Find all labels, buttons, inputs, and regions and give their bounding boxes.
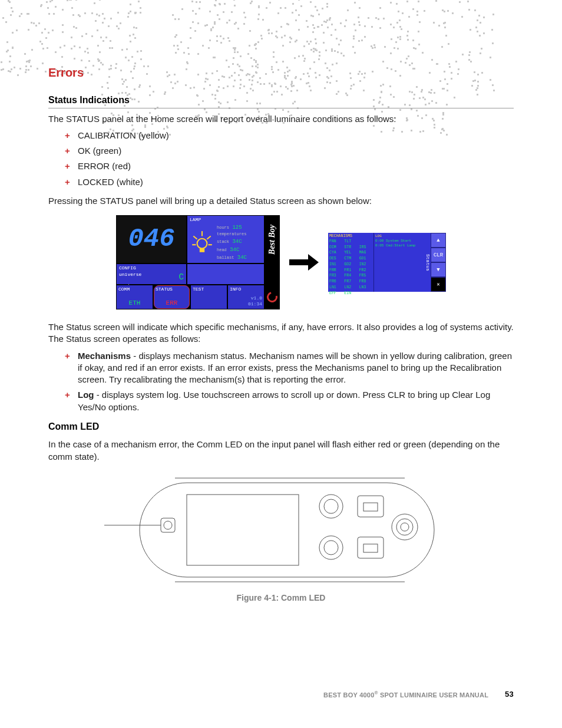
logo-cell xyxy=(265,285,280,309)
close-button[interactable]: ✕ xyxy=(431,277,446,292)
info-cell[interactable]: INFO v1.001:34 xyxy=(227,285,265,309)
svg-rect-13 xyxy=(187,495,299,565)
mech-item: FR1 xyxy=(344,268,357,274)
mech-item: LN2 xyxy=(344,285,357,291)
mechanisms-column[interactable]: MECHANISMS PANTLTDIMSTRIRSCYAYELMAGDESCT… xyxy=(328,233,374,292)
universe-value: C xyxy=(179,272,184,283)
mech-item: DIM xyxy=(329,245,342,251)
mech-item: IN2 xyxy=(359,262,372,268)
operation-list: Mechanisms - displays mechanism status. … xyxy=(65,350,514,413)
mech-item: FR8 xyxy=(359,279,372,285)
status-press-text: Pressing the STATUS panel will bring up … xyxy=(48,195,514,207)
mech-item: EFF xyxy=(329,291,342,297)
svg-point-12 xyxy=(164,521,172,529)
svg-point-23 xyxy=(396,519,413,535)
list-item: Mechanisms - displays mechanism status. … xyxy=(65,350,514,386)
list-item: Log - displays system log. Use touchscre… xyxy=(65,389,514,413)
mech-item: EIN xyxy=(344,291,357,297)
status-intro-text: The STATUS panel at the Home screen will… xyxy=(48,113,514,125)
list-item: LOCKED (white) xyxy=(65,176,514,188)
status-value: ERR xyxy=(156,299,188,308)
mech-item: FR7 xyxy=(344,279,357,285)
mech-item: FR3 xyxy=(329,274,342,279)
list-term: Log xyxy=(78,390,94,400)
status-cell[interactable]: STATUS ERR xyxy=(153,285,190,309)
mech-item: YEL xyxy=(344,251,357,256)
list-desc: - displays system log. Use touchscreen a… xyxy=(78,390,490,411)
comm-led-figure xyxy=(48,471,514,589)
lamp-stack: 34C xyxy=(232,239,242,245)
brand-text: Best Boy xyxy=(267,225,278,255)
svg-rect-20 xyxy=(358,537,384,558)
info-time: 01:34 xyxy=(248,301,262,307)
comm-led-panel-icon xyxy=(104,471,458,589)
svg-rect-6 xyxy=(200,249,204,252)
svg-point-22 xyxy=(392,514,418,540)
log-column[interactable]: LOG 0:00 System Start 0:05 Cmd:Start Lam… xyxy=(374,233,425,292)
mech-item: LN1 xyxy=(329,285,342,291)
svg-point-16 xyxy=(319,536,343,559)
arrow-icon xyxy=(289,256,319,268)
svg-rect-11 xyxy=(161,518,175,532)
mech-item xyxy=(359,239,372,245)
mech-item xyxy=(359,291,372,297)
mech-item: PAN xyxy=(329,239,342,245)
lamp-icon xyxy=(190,223,214,262)
mech-item: FR6 xyxy=(329,279,342,285)
lamp-label: LAMP xyxy=(190,217,201,223)
comm-led-desc: In the case of a mechanism error, the Co… xyxy=(48,439,514,463)
svg-rect-21 xyxy=(363,544,378,552)
lamp-panel: LAMP hours 125 temperatures stack 34C he… xyxy=(187,215,265,263)
scroll-down-button[interactable]: ▼ xyxy=(431,262,446,277)
brand-strip: Best Boy xyxy=(265,215,280,263)
mech-item: CTM xyxy=(344,256,357,262)
universe-label: universe xyxy=(119,272,141,283)
mech-item: IRS xyxy=(359,245,372,251)
svg-line-2 xyxy=(193,236,197,239)
lamp-hours: 125 xyxy=(232,225,242,230)
test-label: TEST xyxy=(193,286,225,293)
svg-rect-18 xyxy=(358,496,384,517)
lamp-stack-label: stack xyxy=(217,239,229,244)
scroll-up-button[interactable]: ▲ xyxy=(431,233,446,248)
clear-button[interactable]: CLR xyxy=(431,248,446,262)
svg-point-24 xyxy=(401,523,409,531)
swirl-icon xyxy=(265,290,280,305)
mech-item: STR xyxy=(344,245,357,251)
comm-label: COMM xyxy=(118,286,151,293)
mech-item: TLT xyxy=(344,239,357,245)
mech-item: FR2 xyxy=(359,268,372,274)
list-item: CALIBRATION (yellow) xyxy=(65,130,514,141)
mechanisms-header: MECHANISMS xyxy=(329,234,372,239)
mech-item: GO2 xyxy=(344,262,357,268)
list-item: ERROR (red) xyxy=(65,160,514,172)
status-side-label: Status xyxy=(425,233,431,292)
svg-rect-19 xyxy=(363,503,378,511)
mid-spacer xyxy=(187,263,265,285)
screens-row: 046 LAMP hours 125 temperatures stack 34… xyxy=(48,215,514,309)
info-version: v1.0 xyxy=(251,295,262,301)
list-desc: - displays mechanism status. Mechanism n… xyxy=(78,351,512,385)
comm-cell[interactable]: COMM ETH xyxy=(116,285,153,309)
page-number: 53 xyxy=(505,689,514,700)
mech-item: MAG xyxy=(359,251,372,256)
figure-caption: Figure 4-1: Comm LED xyxy=(48,592,514,604)
list-item: OK (green) xyxy=(65,145,514,157)
status-screen-desc: The Status screen will indicate which sp… xyxy=(48,321,514,345)
lamp-head-label: head xyxy=(217,248,227,252)
svg-point-0 xyxy=(197,239,207,249)
status-screen: MECHANISMS PANTLTDIMSTRIRSCYAYELMAGDESCT… xyxy=(328,233,446,292)
heading-status-indications: Status Indications xyxy=(48,94,514,108)
page-content: Errors Status Indications The STATUS pan… xyxy=(48,65,514,604)
home-screen: 046 LAMP hours 125 temperatures stack 34… xyxy=(116,215,280,309)
svg-point-17 xyxy=(324,541,338,555)
heading-errors: Errors xyxy=(48,65,514,81)
svg-point-15 xyxy=(324,499,338,513)
mech-item: FR4 xyxy=(344,274,357,279)
footer-text: BEST BOY 4000® SPOT LUMINAIRE USER MANUA… xyxy=(323,690,488,700)
page-footer: BEST BOY 4000® SPOT LUMINAIRE USER MANUA… xyxy=(48,689,514,700)
config-panel: CONFIG universeC systema xyxy=(116,263,187,285)
test-cell[interactable]: TEST xyxy=(190,285,227,309)
lamp-ballast-label: ballast xyxy=(217,255,234,260)
log-line: 0:00 System Start xyxy=(375,239,424,243)
